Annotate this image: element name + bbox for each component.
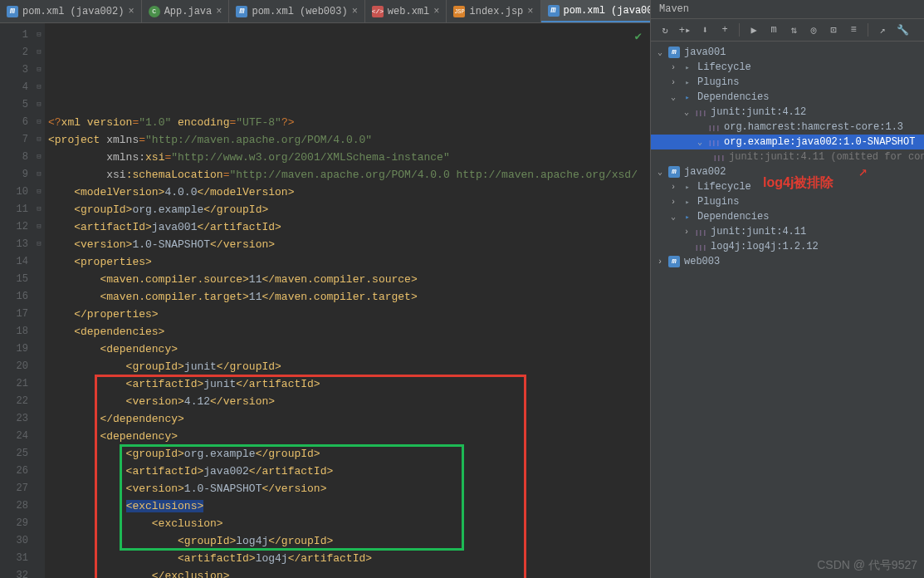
editor-tab[interactable]: mpom.xml (web003)×: [229, 0, 364, 22]
code-line[interactable]: <properties>: [48, 253, 650, 271]
tree-node[interactable]: ⌄|||org.example:java002:1.0-SNAPSHOT: [651, 135, 924, 149]
code-line[interactable]: </exclusion>: [48, 567, 650, 578]
code-line[interactable]: <artifactId>java002</artifactId>: [48, 463, 650, 480]
toolbar-button[interactable]: +: [717, 22, 732, 37]
editor-tab[interactable]: CApp.java×: [142, 0, 230, 22]
tree-node[interactable]: ›▸Plugins: [651, 194, 924, 209]
fold-toggle[interactable]: ⊟: [33, 44, 45, 61]
code-line[interactable]: <artifactId>log4j</artifactId>: [48, 550, 650, 567]
code-line[interactable]: <artifactId>java001</artifactId>: [48, 218, 650, 236]
code-line[interactable]: <exclusions>: [48, 497, 650, 515]
editor-tab[interactable]: </>web.xml×: [365, 0, 447, 22]
fold-toggle[interactable]: ⊟: [33, 201, 45, 218]
code-line[interactable]: <modelVersion>4.0.0</modelVersion>: [48, 184, 650, 201]
fold-toggle[interactable]: ⊟: [33, 114, 45, 131]
code-line[interactable]: <project xmlns="http://maven.apache.org/…: [48, 131, 650, 149]
code-line[interactable]: <dependencies>: [48, 323, 650, 340]
fold-toggle[interactable]: ⊟: [33, 166, 45, 184]
toolbar-button[interactable]: ▶: [746, 22, 761, 37]
fold-column[interactable]: ⊟⊟⊟⊟⊟⊟⊟⊟⊟⊟⊟⊟⊟: [33, 23, 45, 578]
toolbar-button[interactable]: ⊡: [826, 22, 841, 37]
code-line[interactable]: </dependency>: [48, 410, 650, 428]
fold-toggle[interactable]: ⊟: [33, 27, 45, 44]
tree-node-label: log4j:log4j:1.2.12: [711, 241, 819, 252]
code-line[interactable]: <version>1.0-SNAPSHOT</version>: [48, 236, 650, 253]
close-icon[interactable]: ×: [433, 6, 439, 17]
code-line[interactable]: <version>1.0-SNAPSHOT</version>: [48, 480, 650, 497]
code-line[interactable]: xmlns:xsi="http://www.w3.org/2001/XMLSch…: [48, 149, 650, 166]
toolbar-button[interactable]: ↻: [658, 22, 672, 37]
fold-toggle[interactable]: ⊟: [33, 184, 45, 201]
tree-node[interactable]: ›|||junit:junit:4.11: [651, 224, 924, 239]
code-area[interactable]: ✔ <?xml version="1.0" encoding="UTF-8"?>…: [45, 23, 650, 578]
code-line[interactable]: <artifactId>junit</artifactId>: [48, 375, 650, 393]
editor-tab[interactable]: JSPindex.jsp×: [447, 0, 540, 22]
code-line[interactable]: <exclusion>: [48, 515, 650, 532]
code-line[interactable]: xsi:schemaLocation="http://maven.apache.…: [48, 166, 650, 184]
code-line[interactable]: <maven.compiler.source>11</maven.compile…: [48, 271, 650, 288]
toolbar-button[interactable]: ◎: [806, 22, 821, 37]
chevron-down-icon[interactable]: ⌄: [696, 137, 704, 147]
chevron-down-icon[interactable]: ⌄: [682, 107, 691, 117]
code-line[interactable]: <groupId>junit</groupId>: [48, 358, 650, 375]
tree-node[interactable]: ›▸Lifecycle: [651, 60, 924, 75]
tree-node[interactable]: ›▸Plugins: [651, 75, 924, 90]
code-line[interactable]: <maven.compiler.target>11</maven.compile…: [48, 288, 650, 306]
tree-node[interactable]: ›mweb003: [651, 254, 924, 269]
code-line[interactable]: <?xml version="1.0" encoding="UTF-8"?>: [48, 114, 650, 131]
fold-toggle[interactable]: ⊟: [33, 218, 45, 236]
code-line[interactable]: <groupId>org.example</groupId>: [48, 445, 650, 463]
chevron-right-icon[interactable]: ›: [656, 257, 664, 267]
chevron-down-icon[interactable]: ⌄: [669, 92, 677, 102]
tree-node[interactable]: |||log4j:log4j:1.2.12: [651, 239, 924, 254]
toolbar-button[interactable]: 🔧: [895, 22, 910, 37]
code-line[interactable]: </properties>: [48, 306, 650, 323]
toolbar-button[interactable]: ↗: [875, 22, 890, 37]
code-line[interactable]: <dependency>: [48, 428, 650, 445]
line-number: 22: [0, 393, 28, 410]
toolbar-button[interactable]: m: [766, 22, 781, 37]
fold-toggle[interactable]: ⊟: [33, 96, 45, 114]
tree-node-label: junit:junit:4.11 (omitted for conflict w…: [729, 151, 924, 163]
tree-node[interactable]: |||junit:junit:4.11 (omitted for conflic…: [651, 149, 924, 164]
close-icon[interactable]: ×: [216, 6, 222, 17]
chevron-down-icon[interactable]: ⌄: [669, 212, 677, 222]
toolbar-button[interactable]: ⇅: [786, 22, 801, 37]
code-line[interactable]: <groupId>org.example</groupId>: [48, 201, 650, 218]
tree-node[interactable]: ⌄|||junit:junit:4.12: [651, 105, 924, 120]
line-number: 29: [0, 515, 28, 532]
m-file-icon: m: [7, 6, 18, 17]
tree-node[interactable]: |||org.hamcrest:hamcrest-core:1.3: [651, 120, 924, 135]
maven-tree[interactable]: log4j被排除 ↗ ⌄mjava001›▸Lifecycle›▸Plugins…: [651, 42, 924, 578]
line-number: 31: [0, 550, 28, 567]
chevron-down-icon[interactable]: ⌄: [656, 167, 664, 177]
code-line[interactable]: <groupId>log4j</groupId>: [48, 532, 650, 550]
fold-toggle[interactable]: ⊟: [33, 79, 45, 96]
fold-toggle[interactable]: ⊟: [33, 61, 45, 79]
editor-tab[interactable]: mpom.xml (java002)×: [0, 0, 142, 22]
tree-node[interactable]: ⌄▸Dependencies: [651, 209, 924, 224]
chevron-right-icon[interactable]: ›: [682, 228, 691, 237]
code-line[interactable]: <dependency>: [48, 340, 650, 358]
code-line[interactable]: <version>4.12</version>: [48, 393, 650, 410]
chevron-right-icon[interactable]: ›: [669, 183, 677, 192]
m-icon: m: [668, 256, 680, 267]
tree-node[interactable]: ⌄▸Dependencies: [651, 90, 924, 105]
m-icon: m: [668, 47, 680, 58]
close-icon[interactable]: ×: [128, 6, 134, 17]
editor-body[interactable]: 1234567891011121314151617181920212223242…: [0, 23, 650, 578]
chevron-down-icon[interactable]: ⌄: [656, 47, 664, 57]
fold-toggle[interactable]: ⊟: [33, 131, 45, 149]
xml-file-icon: </>: [372, 6, 384, 17]
close-icon[interactable]: ×: [352, 6, 358, 17]
toolbar-button[interactable]: ≡: [846, 22, 861, 37]
chevron-right-icon[interactable]: ›: [669, 78, 677, 87]
toolbar-button[interactable]: +▸: [677, 22, 692, 37]
fold-toggle[interactable]: ⊟: [33, 236, 45, 253]
chevron-right-icon[interactable]: ›: [669, 63, 677, 72]
close-icon[interactable]: ×: [527, 6, 533, 17]
chevron-right-icon[interactable]: ›: [669, 198, 677, 207]
toolbar-button[interactable]: ⬇: [697, 22, 712, 37]
fold-toggle[interactable]: ⊟: [33, 149, 45, 166]
tree-node[interactable]: ⌄mjava001: [651, 45, 924, 60]
